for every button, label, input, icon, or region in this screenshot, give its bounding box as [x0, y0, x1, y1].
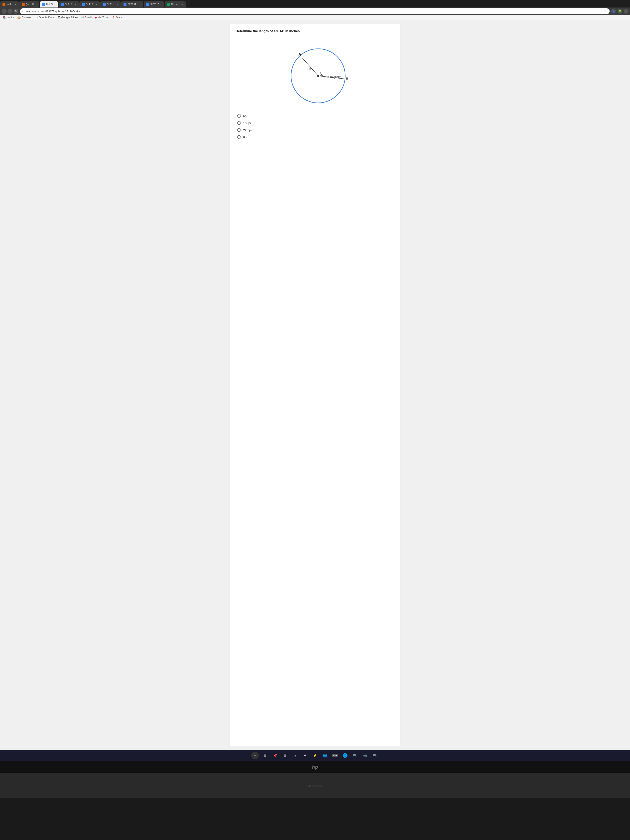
- address-bar-row: ‹ › ↻ cture.com/courses/423177/quizzes/3…: [0, 8, 630, 15]
- search-icon[interactable]: 🔍: [351, 752, 359, 759]
- start-button[interactable]: ○: [251, 752, 259, 759]
- pin-button[interactable]: 📌: [271, 752, 279, 759]
- bookmark-label: marks: [7, 16, 14, 19]
- menu-icon[interactable]: ⋮: [624, 9, 628, 14]
- bookmark-icon: 📚: [3, 16, 6, 19]
- bookmark-label: Gmail: [85, 16, 92, 19]
- tab-quiz-u[interactable]: Quiz: U ✕: [19, 1, 39, 8]
- svg-point-3: [317, 75, 319, 77]
- tab-quiz-r[interactable]: ra R... ✕: [0, 1, 19, 8]
- tab-bar: ra R... ✕ Quiz: U ✕ Unit 5 ✕ SLT14 I ✕ S…: [0, 0, 630, 8]
- bookmark-label: YouTube: [98, 16, 109, 19]
- close-icon[interactable]: ✕: [117, 3, 118, 6]
- option-22-5pi[interactable]: 22.5pi: [237, 128, 395, 132]
- bookmark-classes[interactable]: 🏫 Classes: [17, 16, 31, 19]
- notification-badge[interactable]: 99+: [331, 752, 339, 759]
- close-icon[interactable]: ✕: [75, 3, 76, 6]
- tab-label: SLT5_7: [150, 3, 159, 6]
- bookmark-label: Maps: [116, 16, 123, 19]
- tab-slt5[interactable]: SLT5_7 ✕: [144, 1, 164, 8]
- point-a-label: A: [298, 52, 301, 57]
- close-icon[interactable]: ✕: [35, 3, 37, 6]
- diagram-area: A B r = 8 in = 135 degrees: [235, 37, 395, 108]
- tab-favicon: [123, 3, 126, 6]
- tab-label: SLT11_: [107, 3, 115, 6]
- tab-label: SLT14 I: [65, 3, 74, 6]
- profile-icon[interactable]: 👤: [611, 9, 616, 14]
- back-button[interactable]: ‹: [2, 9, 7, 14]
- close-icon[interactable]: ✕: [14, 3, 16, 6]
- bookmark-marks[interactable]: 📚 marks: [3, 16, 14, 19]
- tab-label: ra R...: [6, 3, 13, 6]
- bookmark-google-docs[interactable]: 📄 Google Docs: [35, 16, 54, 19]
- notification-count: 99+: [332, 754, 338, 757]
- option-label-22-5pi: 22.5pi: [243, 128, 252, 132]
- tab-slt14[interactable]: SLT14 I ✕: [58, 1, 79, 8]
- option-108pi[interactable]: 108pi: [237, 121, 395, 125]
- bookmark-star-icon[interactable]: ☆: [605, 9, 607, 13]
- tab-unit5[interactable]: Unit 5 ✕: [40, 1, 58, 8]
- tab-favicon: [22, 3, 25, 6]
- point-b-label: B: [346, 77, 348, 81]
- tab-label: Richar...: [171, 3, 180, 6]
- bookmark-google-slides[interactable]: 🖼 Google Slides: [58, 16, 78, 19]
- tab-slt13[interactable]: SLT13 I ✕: [79, 1, 100, 8]
- circle-diagram: A B r = 8 in = 135 degrees: [279, 37, 351, 108]
- address-bar[interactable]: cture.com/courses/423177/quizzes/331266/…: [20, 8, 609, 14]
- apps-button[interactable]: ⊞: [281, 752, 289, 759]
- option-6pi[interactable]: 6pi: [237, 114, 395, 118]
- bookmark-icon: 🏫: [17, 16, 21, 19]
- youtube-icon: ▶: [95, 16, 97, 19]
- answer-options: 6pi 108pi 22.5pi 8pi: [235, 114, 395, 139]
- radio-22-5pi[interactable]: [237, 128, 241, 132]
- bookmark-youtube[interactable]: ▶ YouTube: [95, 16, 109, 19]
- maps-icon: 📍: [112, 16, 115, 19]
- close-icon[interactable]: ✕: [139, 3, 141, 6]
- extension-icon[interactable]: 🧩: [617, 9, 622, 14]
- refresh-button[interactable]: ↻: [13, 9, 18, 14]
- tab-label: Quiz: U: [25, 3, 34, 6]
- tab-favicon: [42, 3, 45, 6]
- bookmarks-bar: 📚 marks 🏫 Classes 📄 Google Docs 🖼 Google…: [0, 15, 630, 20]
- angle-label: = 135 degrees: [321, 75, 341, 79]
- chrome-icon[interactable]: 🌐: [341, 752, 349, 759]
- tab-slt8[interactable]: SLT8 H... ✕: [121, 1, 143, 8]
- tab-label: SLT8 H...: [128, 3, 138, 6]
- color-picker-icon[interactable]: 🔍: [371, 752, 379, 759]
- browser-chrome: ra R... ✕ Quiz: U ✕ Unit 5 ✕ SLT14 I ✕ S…: [0, 0, 630, 20]
- radio-108pi[interactable]: [237, 121, 241, 125]
- option-label-6pi: 6pi: [243, 114, 247, 118]
- letter-a-button[interactable]: a: [291, 752, 299, 759]
- tab-favicon: [103, 3, 106, 6]
- camera-icon[interactable]: 📹: [361, 752, 369, 759]
- tab-favicon: [3, 3, 5, 6]
- tab-slt11[interactable]: SLT11_ ✕: [100, 1, 121, 8]
- bookmark-label: Google Docs: [39, 16, 54, 19]
- bookmark-gmail[interactable]: M Gmail: [82, 16, 92, 19]
- keyboard-area: ⌨ keyboard: [0, 773, 630, 798]
- radio-6pi[interactable]: [237, 114, 241, 118]
- hp-logo-area: hp: [0, 761, 630, 773]
- globe-icon[interactable]: 🌐: [321, 752, 329, 759]
- tab-favicon: [167, 3, 170, 6]
- tab-richard[interactable]: Richar... ✕: [164, 1, 186, 8]
- bookmark-maps[interactable]: 📍 Maps: [112, 16, 123, 19]
- radius-label: r = 8 in: [305, 67, 314, 70]
- tab-label: SLT13 I: [86, 3, 95, 6]
- tab-label: Unit 5: [46, 3, 53, 6]
- option-label-108pi: 108pi: [243, 121, 251, 125]
- radio-8pi[interactable]: [237, 135, 241, 139]
- hp-logo: hp: [312, 764, 318, 770]
- address-text: cture.com/courses/423177/quizzes/331266/…: [22, 10, 80, 13]
- close-icon[interactable]: ✕: [182, 3, 183, 6]
- main-content: Determine the length of arc AB in inches…: [0, 20, 630, 750]
- close-icon[interactable]: ✕: [54, 3, 55, 6]
- close-icon[interactable]: ✕: [96, 3, 97, 6]
- close-icon[interactable]: ✕: [160, 3, 162, 6]
- tab-favicon: [82, 3, 85, 6]
- taskview-button[interactable]: ⊞: [261, 752, 269, 759]
- forward-button[interactable]: ›: [8, 9, 13, 14]
- option-8pi[interactable]: 8pi: [237, 135, 395, 139]
- bolt-icon[interactable]: ⚡: [311, 752, 319, 759]
- dropbox-icon[interactable]: ❖: [301, 752, 309, 759]
